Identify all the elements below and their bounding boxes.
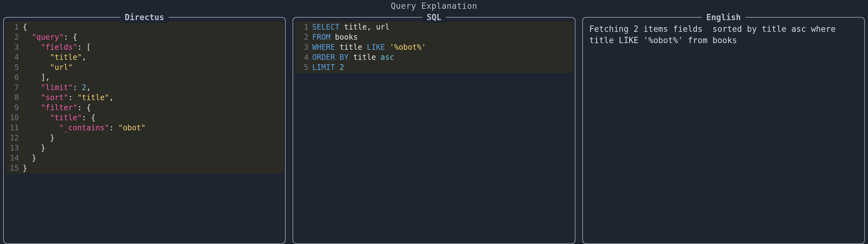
line-number: 12 <box>6 133 23 143</box>
code-line: 1SELECT title, url <box>295 22 569 32</box>
code-line: 7 "limit": 2, <box>6 83 280 93</box>
line-content: "query": { <box>23 32 77 42</box>
line-number: 5 <box>6 62 23 72</box>
code-line: 14 } <box>6 153 280 163</box>
line-content: LIMIT 2 <box>312 62 344 72</box>
english-panel-label: English <box>702 12 745 23</box>
code-line: 6 ], <box>6 72 280 83</box>
code-line: 2FROM books <box>295 32 569 42</box>
line-number: 13 <box>6 143 23 153</box>
code-line: 12 } <box>6 133 280 143</box>
code-line: 3 "fields": [ <box>6 42 280 52</box>
line-content: } <box>23 133 55 143</box>
line-number: 3 <box>295 42 312 52</box>
line-content: "title": { <box>23 113 95 123</box>
sql-panel: SQL 1SELECT title, url2FROM books3WHERE … <box>292 17 575 244</box>
line-number: 10 <box>6 113 23 123</box>
english-panel: English Fetching 2 items fields sorted b… <box>582 17 865 244</box>
directus-panel-label: Directus <box>120 12 168 23</box>
line-content: } <box>23 163 27 173</box>
line-number: 2 <box>295 32 312 42</box>
line-content: FROM books <box>312 32 358 42</box>
line-number: 14 <box>6 153 23 163</box>
line-content: "url" <box>23 62 73 72</box>
sql-code-block[interactable]: 1SELECT title, url2FROM books3WHERE titl… <box>295 22 572 73</box>
code-line: 2 "query": { <box>6 32 280 42</box>
line-content: SELECT title, url <box>312 22 390 32</box>
line-number: 2 <box>6 32 23 42</box>
code-line: 3WHERE title LIKE '%obot%' <box>295 42 569 52</box>
line-number: 9 <box>6 103 23 113</box>
line-number: 15 <box>6 163 23 173</box>
line-number: 1 <box>6 22 23 32</box>
line-content: ORDER BY title asc <box>312 52 394 62</box>
line-number: 8 <box>6 93 23 103</box>
code-line: 9 "filter": { <box>6 103 280 113</box>
page-title: Query Explanation <box>0 1 868 12</box>
line-content: } <box>23 153 36 163</box>
sql-panel-label: SQL <box>422 12 446 23</box>
code-line: 11 "_contains": "obot" <box>6 123 280 133</box>
line-number: 1 <box>295 22 312 32</box>
code-line: 1{ <box>6 22 280 32</box>
line-content: { <box>23 22 27 32</box>
line-content: "title", <box>23 52 86 62</box>
line-number: 4 <box>6 52 23 62</box>
line-content: } <box>23 143 45 153</box>
code-line: 5LIMIT 2 <box>295 62 569 72</box>
line-number: 11 <box>6 123 23 133</box>
line-number: 3 <box>6 42 23 52</box>
code-line: 4ORDER BY title asc <box>295 52 569 62</box>
code-line: 15} <box>6 163 280 173</box>
line-content: "fields": [ <box>23 42 91 52</box>
line-content: ], <box>23 72 50 83</box>
line-content: "_contains": "obot" <box>23 123 146 133</box>
line-content: WHERE title LIKE '%obot%' <box>312 42 426 52</box>
line-number: 7 <box>6 83 23 93</box>
line-number: 6 <box>6 72 23 83</box>
line-content: "limit": 2, <box>23 83 91 93</box>
line-number: 4 <box>295 52 312 62</box>
code-line: 13 } <box>6 143 280 153</box>
line-content: "sort": "title", <box>23 93 114 103</box>
line-content: "filter": { <box>23 103 91 113</box>
code-line: 10 "title": { <box>6 113 280 123</box>
code-line: 4 "title", <box>6 52 280 62</box>
code-line: 5 "url" <box>6 62 280 72</box>
code-line: 8 "sort": "title", <box>6 93 280 103</box>
directus-panel: Directus 1{2 "query": {3 "fields": [4 "t… <box>3 17 286 244</box>
panels-row: Directus 1{2 "query": {3 "fields": [4 "t… <box>3 17 865 244</box>
english-explanation-text: Fetching 2 items fields sorted by title … <box>585 22 862 46</box>
line-number: 5 <box>295 62 312 72</box>
directus-code-block[interactable]: 1{2 "query": {3 "fields": [4 "title",5 "… <box>6 22 283 174</box>
